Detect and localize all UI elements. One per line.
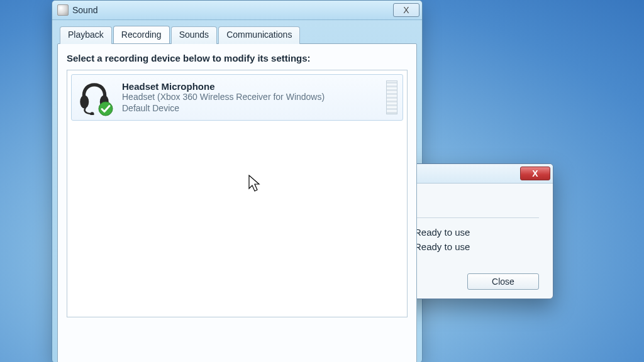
device-text: Headset Microphone Headset (Xbox 360 Wir… <box>122 81 325 114</box>
tab-sounds[interactable]: Sounds <box>171 26 217 44</box>
device-description: Headset (Xbox 360 Wireless Receiver for … <box>122 92 325 103</box>
recording-instruction-text: Select a recording device below to modif… <box>67 53 408 63</box>
driver-status-text: Ready to use <box>414 227 470 238</box>
tab-communications[interactable]: Communications <box>218 26 300 44</box>
tab-playback[interactable]: Playback <box>60 26 112 44</box>
recording-tab-panel: Select a recording device below to modif… <box>57 43 417 362</box>
sound-client-area: Playback Recording Sounds Communications… <box>57 26 417 358</box>
headset-icon <box>77 80 112 115</box>
sound-titlebar[interactable]: Sound X <box>52 1 422 20</box>
default-device-check-icon <box>98 101 113 116</box>
sound-close-button[interactable]: X <box>393 3 419 17</box>
tab-recording[interactable]: Recording <box>113 26 170 43</box>
recording-device-list[interactable]: Headset Microphone Headset (Xbox 360 Wir… <box>67 70 408 317</box>
input-level-meter <box>386 80 397 114</box>
close-icon: X <box>532 168 538 178</box>
driver-close-button[interactable]: X <box>520 167 550 180</box>
driver-row-status: Ready to use <box>401 227 539 238</box>
driver-status-text: Ready to use <box>414 241 470 252</box>
driver-close-action-button[interactable]: Close <box>467 273 539 290</box>
svg-point-0 <box>80 96 89 109</box>
speaker-icon <box>57 4 69 16</box>
svg-point-2 <box>90 112 94 115</box>
sound-tabs: Playback Recording Sounds Communications <box>60 26 417 43</box>
close-icon: X <box>403 5 409 15</box>
device-item-headset-microphone[interactable]: Headset Microphone Headset (Xbox 360 Wir… <box>71 74 403 121</box>
driver-row-status: Ready to use <box>401 241 539 252</box>
sound-window: Sound X Playback Recording Sounds Commun… <box>52 0 423 362</box>
device-name: Headset Microphone <box>122 81 325 92</box>
device-status: Default Device <box>122 103 325 114</box>
desktop-background: Sound X Playback Recording Sounds Commun… <box>0 0 644 362</box>
sound-window-title: Sound <box>72 5 393 15</box>
